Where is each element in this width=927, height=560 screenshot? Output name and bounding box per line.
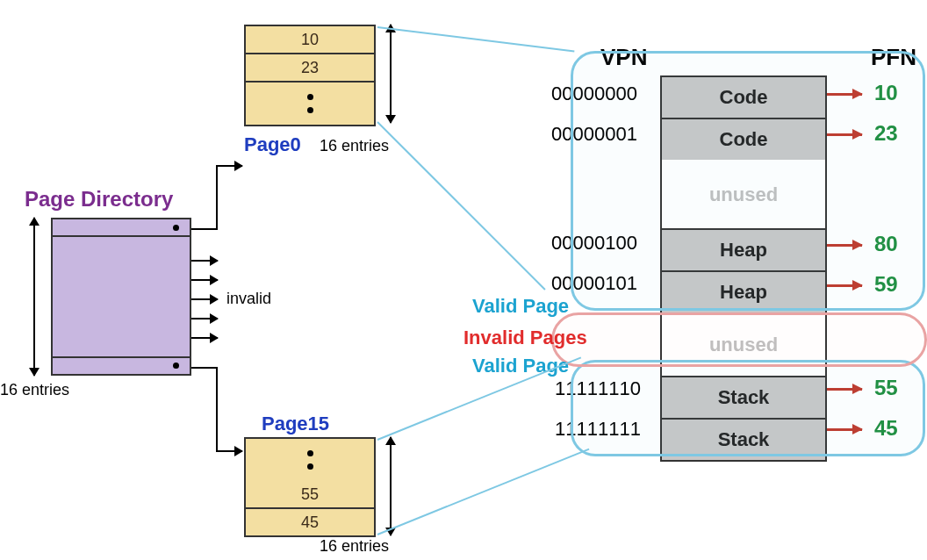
page0-entries-label: 16 entries xyxy=(320,137,389,155)
pd-invalid-arrow xyxy=(191,318,218,319)
page0-row: 23 xyxy=(246,54,374,83)
page0-table: 10 23 xyxy=(244,25,376,126)
zoom-line xyxy=(377,121,545,290)
pd-invalid-arrow xyxy=(191,279,218,281)
connector-line xyxy=(216,165,218,230)
page-directory-box xyxy=(51,218,191,376)
page15-title: Page15 xyxy=(262,413,329,435)
page15-row: 45 xyxy=(246,509,374,535)
page15-ellipsis xyxy=(246,439,374,481)
page15-row: 55 xyxy=(246,481,374,509)
page0-row: 10 xyxy=(246,26,374,54)
pd-bottom-entry-dot xyxy=(173,363,179,369)
pd-entries-label: 16 entries xyxy=(0,381,69,399)
pd-invalid-arrow xyxy=(191,298,218,300)
zoom-line xyxy=(377,449,590,535)
pd-invalid-arrow xyxy=(191,260,218,262)
connector-line xyxy=(191,367,218,369)
pd-invalid-label: invalid xyxy=(226,290,271,308)
valid-page0-callout xyxy=(571,51,925,311)
page-directory-title: Page Directory xyxy=(25,187,173,212)
page15-table: 55 45 xyxy=(244,437,376,537)
valid-page-label: Valid Page xyxy=(472,295,569,318)
connector-arrow xyxy=(216,165,242,167)
pd-entries-arrow xyxy=(33,218,35,376)
page0-ellipsis xyxy=(246,83,374,125)
zoom-line xyxy=(377,26,575,53)
invalid-pages-label: Invalid Pages xyxy=(464,327,587,349)
connector-line xyxy=(216,367,218,451)
page15-entries-label: 16 entries xyxy=(320,537,389,556)
page15-entries-arrow xyxy=(390,437,392,535)
page0-title: Page0 xyxy=(244,133,301,156)
valid-page-label: Valid Page xyxy=(472,355,569,377)
valid-page15-callout xyxy=(571,360,925,456)
connector-line xyxy=(191,228,218,230)
pd-invalid-arrow xyxy=(191,337,218,339)
pd-top-entry-dot xyxy=(173,225,179,231)
connector-arrow xyxy=(216,450,242,452)
invalid-pages-callout xyxy=(551,312,927,367)
page0-entries-arrow xyxy=(390,25,392,123)
